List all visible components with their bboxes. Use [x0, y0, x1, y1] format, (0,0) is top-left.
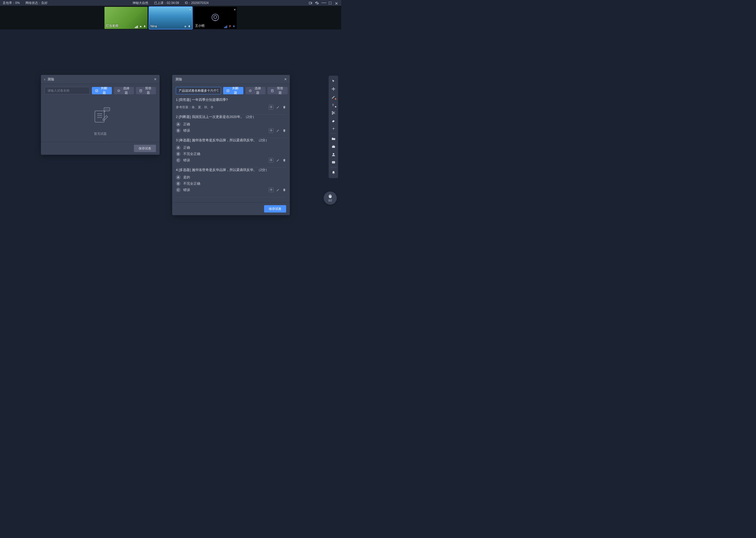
camera-toggle-icon[interactable] — [308, 1, 312, 5]
button-label: 选择题 — [253, 86, 262, 95]
option-letter: A — [176, 175, 181, 180]
camera-off-icon — [211, 13, 220, 22]
add-judge-button[interactable]: 判断题 — [223, 87, 243, 94]
network-status-label: 网络状态：良好 — [25, 1, 48, 5]
mic-icon — [143, 25, 146, 28]
option-text: 不完全正确 — [183, 152, 200, 156]
panel-close-icon[interactable]: × — [284, 77, 287, 82]
option-row[interactable]: B不完全正确 — [176, 181, 286, 186]
color-dot-icon — [335, 98, 336, 100]
text-tool[interactable]: T — [330, 101, 337, 108]
color-dot-icon — [335, 106, 336, 107]
edit-icon[interactable] — [276, 188, 280, 192]
tile-indicator-icons — [184, 25, 191, 28]
toolbar-separator — [330, 134, 337, 134]
video-tile-row: 叮当老师 × Nina × 王小明 — [0, 6, 341, 29]
option-row[interactable]: B不完全正确 — [176, 152, 286, 156]
video-tile-teacher[interactable]: 叮当老师 — [105, 7, 148, 29]
delete-icon[interactable] — [282, 158, 286, 162]
fullscreen-icon[interactable] — [328, 1, 332, 5]
add-judge-button[interactable]: 判断题 — [92, 87, 112, 94]
users-tool[interactable] — [330, 151, 337, 158]
chat-tool[interactable] — [330, 159, 337, 166]
option-row[interactable]: C错误 — [176, 158, 286, 163]
toolbox-tool[interactable] — [330, 143, 337, 150]
delete-icon[interactable] — [282, 188, 286, 192]
hand-icon — [328, 194, 333, 199]
svg-point-3 — [212, 14, 219, 21]
delete-icon[interactable] — [282, 129, 286, 133]
video-tile-student[interactable]: × 王小明 — [194, 7, 237, 29]
drag-handle-icon[interactable] — [269, 128, 273, 133]
quiz-panel-empty: ‹ 测验 × 判断题 选择题 简答题 — [41, 75, 160, 155]
quiz-panel-populated: 测验 × 判断题 选择题 简答题 1 [简答题] 一年四季分别是哪四季?参考答案… — [172, 75, 290, 215]
svg-text:T: T — [332, 103, 334, 107]
top-status-bar: 丢包率：0% 网络状态：良好 神秘大自然 已上课：02:34:09 ID：202… — [0, 0, 341, 6]
svg-rect-28 — [332, 146, 335, 148]
option-text: 正确 — [183, 122, 190, 127]
add-choice-button[interactable]: 选择题 — [246, 87, 266, 94]
svg-point-2 — [185, 26, 186, 27]
question-block: 2 [判断题] 我国宪法上一次更新是在2020年。（2分）A正确B错误 — [176, 115, 286, 138]
video-tile-student[interactable]: × Nina — [149, 7, 192, 29]
raise-hand-button[interactable]: 0/2 — [324, 191, 337, 205]
folder-tool[interactable] — [330, 135, 337, 142]
question-list[interactable]: 1 [简答题] 一年四季分别是哪四季?参考答案：春、夏、秋、冬 2 [判断题] … — [176, 97, 288, 202]
svg-rect-5 — [214, 20, 216, 21]
svg-point-30 — [333, 153, 334, 154]
button-label: 简答题 — [144, 86, 153, 95]
svg-point-33 — [333, 162, 333, 162]
back-icon[interactable]: ‹ — [44, 77, 45, 81]
participant-name: Nina — [150, 25, 157, 28]
laser-tool[interactable] — [330, 125, 337, 132]
option-text: 是的 — [183, 175, 190, 180]
drag-handle-icon[interactable] — [269, 105, 273, 110]
pen-tool[interactable] — [330, 93, 337, 101]
panel-header: ‹ 测验 × — [41, 75, 160, 84]
scissors-tool[interactable] — [330, 109, 337, 116]
eraser-tool[interactable] — [330, 117, 337, 124]
empty-illustration-icon — [88, 104, 112, 128]
add-short-answer-button[interactable]: 简答题 — [267, 87, 288, 94]
add-short-answer-button[interactable]: 简答题 — [136, 87, 156, 94]
svg-point-8 — [118, 89, 120, 92]
svg-point-4 — [214, 16, 216, 19]
question-block: 4 [多选题] 施华洛世奇是反华品牌，所以梁鼎琪反华。（2分）A是的B不完全正确… — [176, 168, 286, 197]
course-title: 神秘大自然 — [132, 1, 148, 5]
drag-handle-icon[interactable] — [269, 188, 273, 192]
edit-icon[interactable] — [276, 129, 280, 133]
elapsed-time: 已上课：02:34:09 — [154, 1, 179, 5]
raise-hand-count: 0/2 — [328, 199, 332, 202]
option-row[interactable]: A正确 — [176, 122, 286, 127]
add-choice-button[interactable]: 选择题 — [114, 87, 134, 94]
option-row[interactable]: A正确 — [176, 145, 286, 150]
svg-rect-7 — [96, 89, 98, 92]
tile-close-icon[interactable]: × — [189, 8, 191, 12]
save-quiz-button[interactable]: 保存试卷 — [134, 145, 156, 152]
minimize-icon[interactable]: — — [321, 1, 325, 5]
option-row[interactable]: A是的 — [176, 175, 286, 180]
cursor-tool[interactable] — [330, 78, 337, 85]
quiz-name-input[interactable] — [176, 87, 221, 94]
quiz-name-input[interactable] — [45, 87, 90, 94]
delete-icon[interactable] — [282, 105, 286, 109]
move-tool[interactable] — [330, 85, 337, 93]
mic-icon — [232, 25, 235, 28]
edit-icon[interactable] — [276, 105, 280, 109]
button-label: 判断题 — [231, 86, 240, 95]
tile-close-icon[interactable]: × — [234, 8, 236, 12]
close-window-icon[interactable]: ✕ — [335, 1, 339, 5]
option-letter: C — [176, 158, 181, 163]
option-letter: C — [176, 188, 181, 192]
edit-icon[interactable] — [276, 158, 280, 162]
signal-icon — [224, 26, 227, 28]
participant-name: 叮当老师 — [106, 24, 118, 28]
bell-tool[interactable] — [330, 169, 337, 176]
option-row[interactable]: B错误 — [176, 128, 286, 133]
drag-handle-icon[interactable] — [269, 158, 273, 163]
settings-icon[interactable] — [315, 1, 319, 5]
button-label: 选择题 — [121, 86, 131, 95]
option-row[interactable]: C错误 — [176, 188, 286, 192]
save-quiz-button[interactable]: 保存试卷 — [264, 205, 286, 213]
panel-close-icon[interactable]: × — [154, 77, 157, 82]
